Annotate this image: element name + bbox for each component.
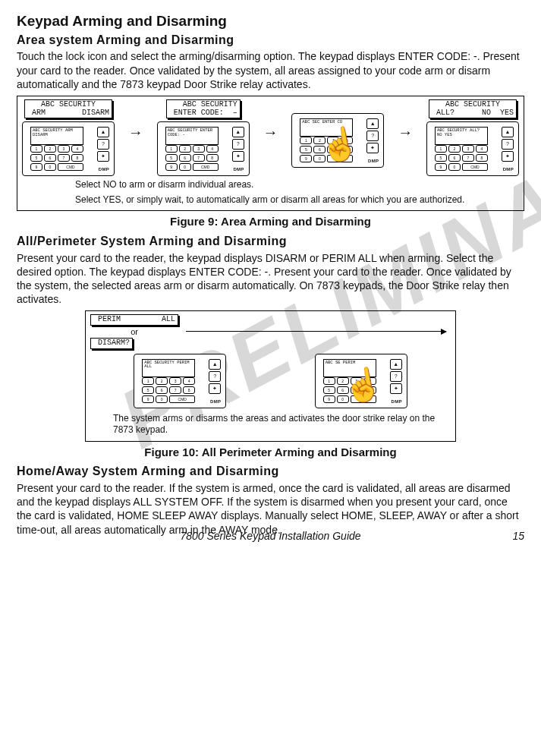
keypad-screen: ABC SE PERIM (323, 359, 376, 377)
long-arrow-icon (186, 331, 446, 332)
section3-heading: Home/Away System Arming and Disarming (17, 464, 524, 480)
keypad-brand: DMP (210, 399, 221, 405)
arrow-icon: → (398, 122, 413, 142)
section2-body: Present your card to the reader, the key… (17, 251, 524, 307)
keypad-screen: ABC SECURITY PERIM ALL (142, 359, 195, 377)
keypad-keys: 1234567890CMD (435, 145, 488, 171)
keypad-screen: ABC SECURITY ALL? NO YES (435, 127, 488, 145)
figure9-note2: Select YES, or simply wait, to automatic… (75, 194, 519, 206)
lcd-arm-disarm: ABC SECURITY ARM DISARM (24, 99, 112, 118)
keypad-4: ABC SECURITY ALL? NO YES 1234567890CMD ▲… (426, 121, 519, 176)
section1-body: Touch the lock icon and select the armin… (17, 49, 524, 91)
lcd-perim-all: PERIM ALL (90, 314, 178, 326)
keypad-brand: DMP (503, 167, 514, 173)
figure9-note1: Select NO to arm or disarm individual ar… (75, 179, 519, 191)
arrow-icon: → (263, 122, 278, 142)
arrow-icon: → (128, 122, 143, 142)
lcd-enter-code: ABC SECURITY ENTER CODE: – (166, 99, 241, 118)
keypad-side: ▲?✦ (209, 359, 221, 394)
or-label: or (131, 326, 138, 337)
keypad-brand: DMP (233, 167, 244, 173)
keypad-screen: ABC SEC ENTER CO (300, 118, 353, 137)
keypad-brand: DMP (368, 159, 379, 165)
keypad-side: ▲?✦ (502, 127, 514, 162)
section3-body: Present your card to the reader. If the … (17, 481, 524, 537)
keypad-2: ABC SECURITY ENTER CODE: - 1234567890CMD… (157, 121, 250, 176)
lcd-disarm: DISARM? (90, 338, 133, 349)
keypad-3-with-hand: ABC SEC ENTER CO 1234567890CMD ▲?✦ DMP ☝ (291, 113, 384, 168)
keypad-brand: DMP (99, 167, 109, 173)
figure10-box: PERIM ALL or DISARM? ABC SECURITY PERIM … (85, 310, 456, 441)
figure10-caption: Figure 10: All Perimeter Arming and Disa… (17, 445, 524, 460)
keypad-side: ▲?✦ (232, 127, 244, 162)
lcd-all-no-yes: ABC SECURITY ALL? NO YES (429, 99, 517, 118)
figure9-box: ABC SECURITY ARM DISARM ABC SECURITY ARM… (17, 96, 524, 211)
keypad-side: ▲?✦ (366, 118, 379, 153)
figure10-note: The system arms or disarms the areas and… (113, 413, 451, 436)
keypad-brand: DMP (392, 399, 402, 405)
keypad-perim-hand: ABC SE PERIM 1234567890CMD ▲?✦ DMP ☝ (315, 354, 407, 408)
keypad-keys: 1234567890CMD (323, 377, 376, 403)
figure9-caption: Figure 9: Area Arming and Disarming (17, 214, 524, 229)
keypad-keys: 1234567890CMD (30, 145, 83, 171)
keypad-side: ▲?✦ (390, 359, 402, 394)
keypad-perim: ABC SECURITY PERIM ALL 1234567890CMD ▲?✦… (134, 354, 226, 408)
keypad-keys: 1234567890CMD (300, 137, 353, 162)
keypad-keys: 1234567890CMD (142, 377, 195, 403)
page-title: Keypad Arming and Disarming (17, 12, 524, 31)
keypad-keys: 1234567890CMD (165, 145, 219, 171)
section1-heading: Area system Arming and Disarming (17, 33, 524, 49)
keypad-1: ABC SECURITY ARM DISARM 1234567890CMD ▲?… (22, 121, 115, 176)
keypad-side: ▲?✦ (97, 127, 109, 162)
section2-heading: All/Perimeter System Arming and Disarmin… (17, 234, 524, 250)
keypad-screen: ABC SECURITY ARM DISARM (30, 127, 83, 145)
keypad-screen: ABC SECURITY ENTER CODE: - (165, 127, 219, 145)
